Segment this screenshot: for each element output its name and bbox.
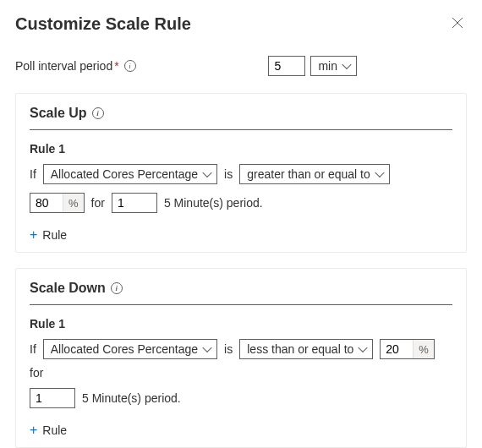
scale-up-period-count-input[interactable] [112, 193, 157, 213]
scale-down-threshold-input[interactable] [381, 340, 413, 358]
scale-down-card: Scale Down i Rule 1 If Allocated Cores P… [15, 268, 467, 448]
scale-down-title: Scale Down [30, 281, 106, 296]
poll-interval-unit-value: min [318, 59, 337, 73]
scale-up-operator-value: greater than or equal to [247, 167, 370, 181]
scale-up-add-rule-button[interactable]: + Rule [30, 227, 452, 243]
scale-down-period-count-input[interactable] [30, 388, 75, 408]
info-icon[interactable]: i [92, 107, 104, 119]
scale-up-threshold-wrapper: % [30, 193, 85, 213]
scale-down-threshold-wrapper: % [380, 339, 435, 359]
scale-up-operator-select[interactable]: greater than or equal to [239, 164, 390, 184]
add-rule-label: Rule [42, 423, 67, 437]
scale-down-metric-select[interactable]: Allocated Cores Percentage [43, 339, 217, 359]
scale-down-operator-value: less than or equal to [247, 342, 353, 356]
percent-suffix: % [63, 194, 84, 212]
add-rule-label: Rule [42, 228, 67, 242]
plus-icon: + [30, 228, 37, 242]
plus-icon: + [30, 423, 37, 437]
percent-suffix: % [413, 340, 434, 358]
is-label: is [224, 167, 233, 181]
required-indicator: * [114, 59, 118, 73]
scale-up-threshold-input[interactable] [30, 194, 63, 212]
if-label: If [30, 342, 36, 356]
poll-interval-value-input[interactable] [268, 56, 305, 76]
poll-interval-unit-select[interactable]: min [310, 56, 357, 76]
close-button[interactable] [448, 14, 467, 34]
scale-up-metric-value: Allocated Cores Percentage [51, 167, 198, 181]
if-label: If [30, 167, 36, 181]
scale-up-title: Scale Up [30, 106, 87, 121]
scale-up-card: Scale Up i Rule 1 If Allocated Cores Per… [15, 93, 467, 253]
for-label: for [30, 366, 43, 380]
page-title: Customize Scale Rule [15, 14, 191, 34]
close-icon [452, 17, 463, 29]
for-label: for [91, 196, 105, 210]
scale-up-metric-select[interactable]: Allocated Cores Percentage [43, 164, 217, 184]
is-label: is [224, 342, 233, 356]
scale-down-metric-value: Allocated Cores Percentage [51, 342, 198, 356]
scale-up-rule-title: Rule 1 [30, 142, 452, 156]
info-icon[interactable]: i [124, 60, 136, 72]
period-text: 5 Minute(s) period. [164, 196, 263, 210]
poll-interval-label: Poll interval period [15, 59, 112, 73]
scale-down-add-rule-button[interactable]: + Rule [30, 422, 452, 439]
scale-down-operator-select[interactable]: less than or equal to [239, 339, 373, 359]
info-icon[interactable]: i [111, 282, 123, 294]
period-text: 5 Minute(s) period. [82, 391, 181, 405]
scale-down-rule-title: Rule 1 [30, 317, 452, 331]
